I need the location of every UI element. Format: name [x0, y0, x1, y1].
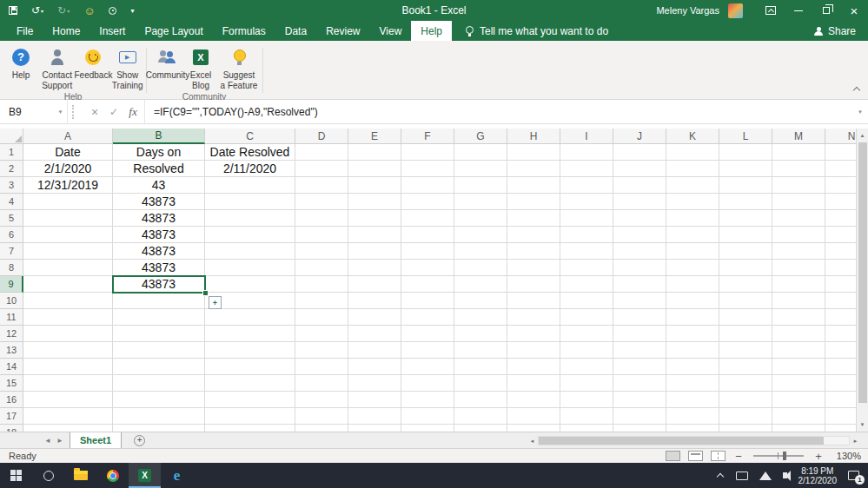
- col-header-A[interactable]: A: [23, 129, 113, 144]
- cell-K8[interactable]: [666, 260, 719, 276]
- cell-A10[interactable]: [23, 293, 113, 309]
- row-header-18[interactable]: 18: [0, 425, 23, 432]
- horizontal-scroll-track[interactable]: [538, 436, 850, 445]
- cell-N6[interactable]: [825, 227, 856, 243]
- row-header-5[interactable]: 5: [0, 210, 23, 227]
- cell-K6[interactable]: [666, 227, 719, 243]
- network-button[interactable]: [759, 472, 772, 480]
- zoom-level[interactable]: 130%: [832, 451, 861, 461]
- cell-C18[interactable]: [205, 425, 295, 432]
- row-header-3[interactable]: 3: [0, 177, 23, 194]
- cell-B11[interactable]: [113, 309, 205, 326]
- cell-E5[interactable]: [348, 210, 401, 227]
- community-button[interactable]: Community: [152, 48, 183, 81]
- cell-F7[interactable]: [401, 243, 454, 260]
- cell-K12[interactable]: [666, 326, 719, 342]
- cell-L8[interactable]: [719, 260, 772, 276]
- tab-view[interactable]: View: [370, 21, 412, 41]
- ribbon-display-options-button[interactable]: [757, 0, 785, 21]
- excel-blog-button[interactable]: Excel Blog: [185, 48, 216, 90]
- cell-G2[interactable]: [454, 161, 507, 177]
- undo-button[interactable]: [31, 3, 43, 17]
- cell-K7[interactable]: [666, 243, 719, 260]
- cell-D4[interactable]: [295, 194, 348, 210]
- cell-B3[interactable]: 43: [113, 177, 205, 194]
- cell-H12[interactable]: [507, 326, 560, 342]
- cell-J17[interactable]: [613, 408, 666, 425]
- close-button[interactable]: [840, 0, 868, 21]
- normal-view-button[interactable]: [666, 451, 680, 461]
- cell-L13[interactable]: [719, 342, 772, 359]
- cell-J9[interactable]: [613, 276, 666, 293]
- redo-button[interactable]: [57, 3, 70, 17]
- cell-K16[interactable]: [666, 392, 719, 408]
- cell-F15[interactable]: [401, 375, 454, 392]
- cell-N7[interactable]: [825, 243, 856, 260]
- cell-L16[interactable]: [719, 392, 772, 408]
- enter-icon[interactable]: [104, 100, 123, 123]
- cell-B4[interactable]: 43873: [113, 194, 205, 210]
- cell-N1[interactable]: [825, 144, 856, 161]
- cell-H2[interactable]: [507, 161, 560, 177]
- cell-B12[interactable]: [113, 326, 205, 342]
- row-header-2[interactable]: 2: [0, 161, 23, 177]
- cell-B16[interactable]: [113, 392, 205, 408]
- col-header-N[interactable]: N: [825, 129, 856, 144]
- cell-B9[interactable]: 43873: [113, 276, 205, 293]
- row-header-10[interactable]: 10: [0, 293, 23, 309]
- cell-I13[interactable]: [560, 342, 613, 359]
- scroll-left-button[interactable]: [527, 434, 538, 447]
- col-header-E[interactable]: E: [348, 129, 401, 144]
- cell-A7[interactable]: [23, 243, 113, 260]
- cell-I11[interactable]: [560, 309, 613, 326]
- tab-data[interactable]: Data: [275, 21, 316, 41]
- cell-L11[interactable]: [719, 309, 772, 326]
- formula-bar-expand-button[interactable]: [852, 100, 868, 123]
- avatar[interactable]: [728, 3, 743, 18]
- cell-J6[interactable]: [613, 227, 666, 243]
- cell-B17[interactable]: [113, 408, 205, 425]
- row-header-16[interactable]: 16: [0, 392, 23, 408]
- previous-sheet-button[interactable]: [42, 432, 54, 448]
- cell-I4[interactable]: [560, 194, 613, 210]
- cell-E8[interactable]: [348, 260, 401, 276]
- cell-G18[interactable]: [454, 425, 507, 432]
- col-header-I[interactable]: I: [560, 129, 613, 144]
- cell-C17[interactable]: [205, 408, 295, 425]
- cell-N10[interactable]: [825, 293, 856, 309]
- row-header-17[interactable]: 17: [0, 408, 23, 425]
- cell-A3[interactable]: 12/31/2019: [23, 177, 113, 194]
- cell-N11[interactable]: [825, 309, 856, 326]
- cell-D13[interactable]: [295, 342, 348, 359]
- cell-E15[interactable]: [348, 375, 401, 392]
- cell-M11[interactable]: [772, 309, 825, 326]
- col-header-K[interactable]: K: [666, 129, 719, 144]
- cell-A6[interactable]: [23, 227, 113, 243]
- cell-M4[interactable]: [772, 194, 825, 210]
- file-explorer-button[interactable]: [64, 463, 96, 488]
- new-sheet-button[interactable]: [134, 435, 145, 446]
- cell-C11[interactable]: [205, 309, 295, 326]
- cell-E18[interactable]: [348, 425, 401, 432]
- cell-H14[interactable]: [507, 359, 560, 375]
- cell-N9[interactable]: [825, 276, 856, 293]
- col-header-D[interactable]: D: [295, 129, 348, 144]
- col-header-G[interactable]: G: [454, 129, 507, 144]
- cell-D8[interactable]: [295, 260, 348, 276]
- volume-button[interactable]: [783, 472, 787, 478]
- cell-K10[interactable]: [666, 293, 719, 309]
- cell-K15[interactable]: [666, 375, 719, 392]
- col-header-M[interactable]: M: [772, 129, 825, 144]
- col-header-F[interactable]: F: [401, 129, 454, 144]
- horizontal-scroll-thumb[interactable]: [539, 437, 824, 445]
- cell-H18[interactable]: [507, 425, 560, 432]
- cell-G7[interactable]: [454, 243, 507, 260]
- cell-E10[interactable]: [348, 293, 401, 309]
- cell-B7[interactable]: 43873: [113, 243, 205, 260]
- tab-help[interactable]: Help: [411, 21, 452, 41]
- cell-D5[interactable]: [295, 210, 348, 227]
- row-header-11[interactable]: 11: [0, 309, 23, 326]
- cell-I1[interactable]: [560, 144, 613, 161]
- cell-N5[interactable]: [825, 210, 856, 227]
- cell-B5[interactable]: 43873: [113, 210, 205, 227]
